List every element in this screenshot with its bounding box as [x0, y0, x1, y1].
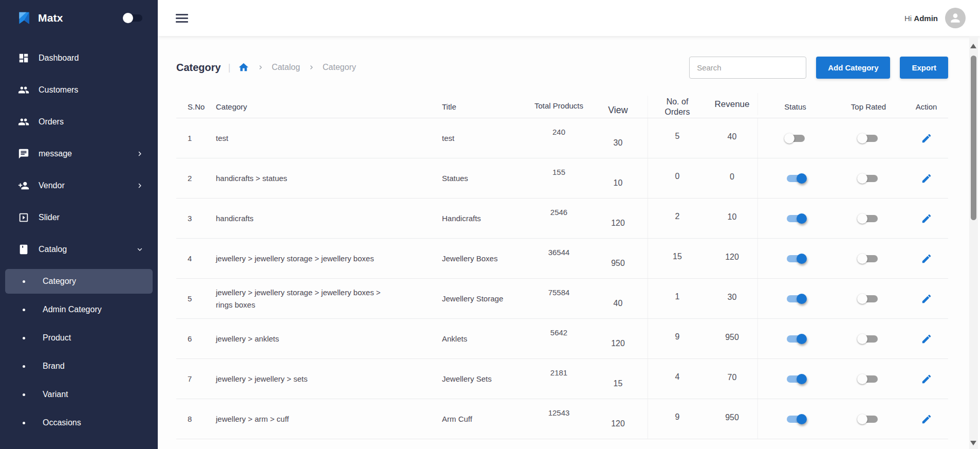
sidebar-subitem-product[interactable]: Product: [5, 326, 153, 350]
column-header-title: Title: [442, 102, 529, 111]
sidebar-item-label: Catalog: [39, 245, 67, 254]
add-category-button[interactable]: Add Category: [816, 57, 890, 79]
cell-sno: 4: [176, 254, 216, 263]
status-toggle[interactable]: [783, 252, 808, 265]
cell-orders: 1: [648, 279, 707, 318]
switch-knob: [857, 294, 867, 304]
slideshow-icon: [17, 211, 30, 224]
top-rated-toggle[interactable]: [856, 412, 881, 426]
cell-status: [758, 292, 833, 306]
sidebar-item-catalog[interactable]: Catalog: [0, 234, 158, 265]
sidebar-subitem-label: Category: [43, 277, 76, 286]
sidebar-subitem-brand[interactable]: Brand: [5, 354, 153, 379]
sidebar-subitem-variant[interactable]: Variant: [5, 382, 153, 407]
cell-category: jewellery > jewellery storage > jeweller…: [216, 286, 442, 311]
cell-title: Arm Cuff: [442, 415, 529, 423]
dashboard-icon: [17, 52, 30, 64]
status-toggle[interactable]: [783, 292, 808, 306]
table-row: 3handicraftsHandicrafts2546120210: [176, 199, 948, 239]
edit-button[interactable]: [919, 251, 934, 266]
edit-button[interactable]: [919, 171, 934, 186]
cell-top-rated: [833, 332, 904, 346]
sidebar-header: Matx: [0, 0, 158, 36]
status-toggle[interactable]: [783, 332, 808, 346]
scroll-up-arrow-icon[interactable]: [970, 44, 976, 48]
switch-knob: [784, 133, 794, 143]
cell-view: 15: [588, 374, 648, 384]
status-toggle[interactable]: [783, 372, 808, 386]
cell-category: jewellery > anklets: [216, 333, 442, 345]
export-button[interactable]: Export: [900, 57, 948, 79]
switch-knob: [797, 374, 807, 384]
cell-total-products: 2546: [529, 214, 588, 223]
cell-view: 950: [588, 254, 648, 263]
home-icon[interactable]: [238, 62, 249, 73]
column-header-status: Status: [758, 102, 833, 111]
sidebar-item-slider[interactable]: Slider: [0, 202, 158, 234]
sidebar-item-orders[interactable]: Orders: [0, 106, 158, 138]
sidebar-subitem-admin-category[interactable]: Admin Category: [5, 297, 153, 322]
menu-hamburger-icon[interactable]: [176, 12, 189, 25]
cell-orders: 2: [648, 199, 707, 238]
edit-button[interactable]: [919, 331, 934, 347]
vertical-scrollbar[interactable]: [969, 36, 978, 449]
sidebar-item-label: Customers: [39, 85, 78, 95]
cell-orders: 4: [648, 359, 707, 399]
table-row: 4jewellery > jewellery storage > jewelle…: [176, 239, 948, 279]
cell-sno: 6: [176, 334, 216, 343]
sidebar-subitem-label: Variant: [43, 390, 68, 399]
top-rated-toggle[interactable]: [856, 332, 881, 346]
cell-view: 120: [588, 214, 648, 223]
cell-action: [904, 291, 948, 307]
bullet-dot-icon: [23, 280, 25, 283]
sidebar-item-label: Slider: [39, 213, 60, 222]
pencil-icon: [921, 253, 932, 264]
edit-button[interactable]: [919, 211, 934, 226]
sidebar-item-vendor[interactable]: Vendor: [0, 170, 158, 202]
status-toggle[interactable]: [783, 412, 808, 426]
edit-button[interactable]: [919, 131, 934, 146]
cell-total-products: 12543: [529, 415, 588, 423]
top-rated-toggle[interactable]: [856, 172, 881, 185]
status-toggle[interactable]: [783, 172, 808, 185]
scrollbar-thumb[interactable]: [971, 56, 976, 220]
bullet-dot-icon: [23, 337, 25, 339]
cell-title: Handicrafts: [442, 214, 529, 223]
cell-status: [758, 212, 833, 225]
top-rated-toggle[interactable]: [856, 292, 881, 306]
sidebar-item-customers[interactable]: Customers: [0, 74, 158, 106]
scroll-down-arrow-icon[interactable]: [970, 441, 976, 445]
sidebar-nav: DashboardCustomersOrdersmessageVendorSli…: [0, 36, 158, 435]
top-rated-toggle[interactable]: [856, 252, 881, 265]
sidebar-collapse-toggle[interactable]: [123, 13, 142, 23]
top-rated-toggle[interactable]: [856, 212, 881, 225]
column-header-view: View: [588, 105, 648, 116]
edit-button[interactable]: [919, 411, 934, 427]
edit-button[interactable]: [919, 371, 934, 387]
switch-knob: [797, 213, 807, 224]
cell-status: [758, 172, 833, 185]
cell-sno: 5: [176, 294, 216, 303]
sidebar-subitem-label: Occasions: [43, 418, 81, 427]
edit-button[interactable]: [919, 291, 934, 307]
chevron-right-icon: [307, 63, 316, 71]
breadcrumb-catalog[interactable]: Catalog: [272, 63, 300, 72]
avatar[interactable]: [945, 8, 966, 28]
sidebar-item-dashboard[interactable]: Dashboard: [0, 42, 158, 74]
breadcrumb-category[interactable]: Category: [323, 63, 356, 72]
sidebar-subitem-occasions[interactable]: Occasions: [5, 410, 153, 435]
cell-sno: 3: [176, 214, 216, 223]
status-toggle[interactable]: [783, 212, 808, 225]
sidebar-subitem-category[interactable]: Category: [5, 269, 153, 294]
sidebar-item-message[interactable]: message: [0, 138, 158, 170]
column-header-category: Category: [216, 101, 442, 113]
status-toggle[interactable]: [783, 132, 808, 145]
top-rated-toggle[interactable]: [856, 132, 881, 145]
top-rated-toggle[interactable]: [856, 372, 881, 386]
topbar: Hi Admin: [158, 0, 980, 36]
pencil-icon: [921, 333, 932, 345]
sidebar-item-label: Orders: [39, 117, 64, 127]
sidebar-item-label: Dashboard: [39, 53, 79, 63]
search-input[interactable]: [689, 57, 806, 79]
column-header-revenue: Revenue: [707, 93, 758, 115]
